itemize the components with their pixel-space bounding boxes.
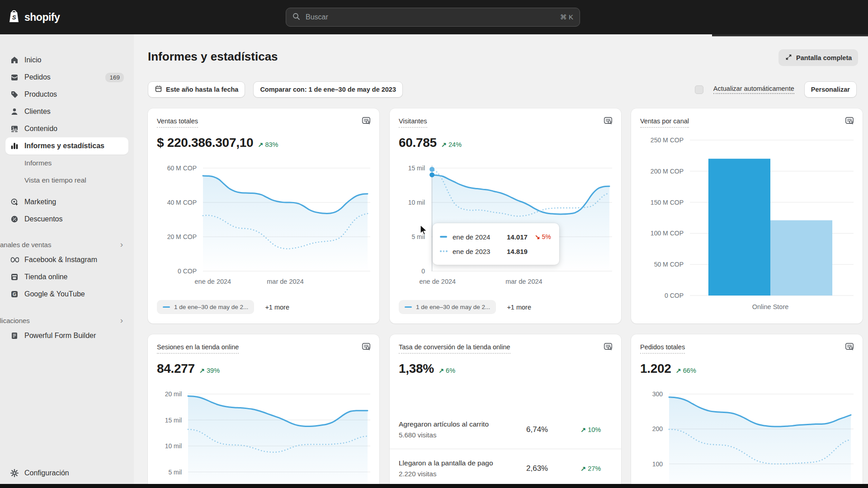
- metric-value: 60.785: [399, 136, 437, 150]
- sidebar-item-contenido[interactable]: Contenido: [5, 120, 128, 137]
- sidebar-section-aplicaciones[interactable]: licaciones ›: [0, 314, 134, 327]
- svg-text:100 M COP: 100 M COP: [651, 230, 684, 237]
- svg-text:S: S: [12, 14, 16, 21]
- sidebar-item-informes[interactable]: Informes: [5, 155, 128, 172]
- topbar: S shopify ⌘ K: [0, 0, 868, 34]
- sidebar-item-informes-estadisticas[interactable]: Informes y estadísticas: [5, 137, 128, 155]
- report-icon[interactable]: [844, 116, 854, 126]
- ventas-totales-chart[interactable]: 60 M COP40 M COP20 M COP0 COPene de 2024…: [157, 163, 370, 294]
- ventas-por-canal-chart[interactable]: 250 M COP200 M COP150 M COP100 M COP50 M…: [640, 136, 854, 313]
- card-visitantes: Visitantes 60.785 ↗ 24% 15 mil10 mil5 mi…: [390, 108, 621, 324]
- customize-button[interactable]: Personalizar: [804, 81, 857, 98]
- analytics-icon: [10, 141, 19, 150]
- sesiones-chart[interactable]: 20 mil15 mil10 mil5 mil: [157, 389, 370, 488]
- report-icon[interactable]: [603, 116, 613, 126]
- pedidos-totales-chart[interactable]: 300200100: [640, 389, 854, 488]
- report-icon[interactable]: [361, 342, 371, 352]
- arrow-up-icon: ↗: [441, 141, 447, 148]
- arrow-up-icon: ↗: [199, 367, 205, 374]
- card-title[interactable]: Ventas por canal: [640, 117, 689, 128]
- metric-value: $ 220.386.307,10: [157, 136, 253, 150]
- arrow-up-icon: ↗: [439, 367, 444, 374]
- card-title[interactable]: Visitantes: [399, 117, 427, 128]
- funnel-row-carrito[interactable]: Agregaron artículos al carrito 5.680 vis…: [390, 410, 621, 449]
- funnel-delta: ↗ 27%: [580, 465, 612, 472]
- sidebar-item-facebook-instagram[interactable]: Facebook & Instagram: [5, 251, 128, 268]
- auto-update-label[interactable]: Actualizar automáticamente: [713, 85, 794, 94]
- svg-text:5 mil: 5 mil: [411, 233, 425, 240]
- card-title[interactable]: Sesiones en la tienda online: [157, 343, 239, 354]
- svg-text:20 M COP: 20 M COP: [167, 233, 197, 240]
- shopify-logo[interactable]: S shopify: [7, 9, 60, 25]
- report-icon[interactable]: [603, 342, 613, 352]
- card-title[interactable]: Pedidos totales: [640, 343, 685, 354]
- card-title[interactable]: Tasa de conversión de la tienda online: [399, 343, 510, 354]
- report-icon[interactable]: [844, 342, 854, 352]
- gear-icon: [10, 469, 19, 478]
- metric-value: 84.277: [157, 361, 195, 376]
- card-ventas-por-canal: Ventas por canal 250 M COP200 M COP150 M…: [631, 108, 863, 324]
- legend-more[interactable]: +1 more: [507, 304, 531, 311]
- search-input[interactable]: [305, 13, 556, 22]
- metric-delta: ↗ 66%: [676, 367, 696, 374]
- tag-icon: [10, 90, 19, 99]
- search-icon: [292, 13, 300, 22]
- metric-delta: ↗ 6%: [439, 367, 455, 374]
- sidebar-item-descuentos[interactable]: Descuentos: [5, 211, 128, 228]
- tooltip-row: ene de 2024 14.017 ↘ 5%: [440, 230, 552, 244]
- svg-text:10 mil: 10 mil: [408, 199, 425, 206]
- legend-pill[interactable]: 1 de ene–30 de may de 2...: [157, 300, 254, 314]
- series-solid-swatch-icon: [440, 236, 448, 238]
- svg-text:ene de 2024: ene de 2024: [195, 278, 231, 285]
- svg-text:60 M COP: 60 M COP: [167, 164, 197, 172]
- report-icon[interactable]: [361, 116, 371, 126]
- sidebar-item-clientes[interactable]: Clientes: [5, 103, 128, 120]
- home-icon: [10, 56, 19, 65]
- card-title[interactable]: Ventas totales: [157, 117, 198, 128]
- arrow-down-icon: ↘: [535, 233, 540, 240]
- arrow-up-icon: ↗: [258, 141, 263, 148]
- orders-count-badge: 169: [105, 73, 124, 82]
- sidebar-item-configuracion[interactable]: Configuración: [5, 465, 128, 482]
- form-builder-icon: [10, 331, 19, 340]
- series-swatch-icon: [405, 306, 412, 308]
- sidebar-item-pedidos[interactable]: Pedidos 169: [5, 69, 128, 86]
- content-icon: [10, 124, 19, 133]
- sidebar-item-productos[interactable]: Productos: [5, 86, 128, 103]
- sidebar-item-tienda-online[interactable]: Tienda online: [5, 268, 128, 286]
- legend-more[interactable]: +1 more: [265, 304, 289, 311]
- compare-button[interactable]: Comparar con: 1 de ene–30 de may de 2023: [253, 81, 403, 98]
- fullscreen-button[interactable]: Pantalla completa: [778, 49, 858, 66]
- metric-value: 1.202: [640, 361, 671, 376]
- global-search[interactable]: ⌘ K: [286, 8, 580, 27]
- chevron-right-icon: ›: [120, 315, 123, 325]
- legend-pill[interactable]: 1 de ene–30 de may de 2...: [399, 300, 496, 314]
- svg-text:G: G: [13, 291, 16, 297]
- google-icon: G: [10, 290, 19, 299]
- arrow-up-icon: ↗: [676, 367, 681, 374]
- svg-text:250 M COP: 250 M COP: [651, 136, 684, 144]
- metric-value: 1,38%: [399, 361, 434, 376]
- auto-update-checkbox[interactable]: [695, 85, 703, 94]
- search-shortcut: ⌘ K: [560, 13, 573, 21]
- svg-text:mar de 2024: mar de 2024: [267, 278, 303, 285]
- svg-text:100: 100: [652, 460, 663, 468]
- card-ventas-totales: Ventas totales $ 220.386.307,10 ↗ 83% 60…: [148, 108, 379, 324]
- sidebar-item-powerful-form-builder[interactable]: Powerful Form Builder: [5, 327, 128, 344]
- date-range-button[interactable]: Este año hasta la fecha: [148, 81, 245, 98]
- series-dotted-swatch-icon: [440, 250, 448, 252]
- meta-icon: [10, 255, 19, 264]
- sidebar-section-canales-de-ventas[interactable]: anales de ventas ›: [0, 238, 134, 251]
- svg-text:ene de 2024: ene de 2024: [419, 278, 456, 285]
- svg-text:200: 200: [652, 425, 663, 432]
- shopify-wordmark: shopify: [24, 11, 60, 23]
- sidebar-item-google-youtube[interactable]: G Google & YouTube: [5, 286, 128, 303]
- expand-icon: [785, 53, 793, 62]
- funnel-row-pago[interactable]: Llegaron a la pantalla de pago 2.220 vis…: [390, 449, 621, 488]
- sidebar-item-inicio[interactable]: Inicio: [5, 52, 128, 69]
- sidebar-item-marketing[interactable]: Marketing: [5, 193, 128, 211]
- sidebar-item-vista-tiempo-real[interactable]: Vista en tiempo real: [5, 172, 128, 189]
- orders-icon: [10, 73, 19, 82]
- svg-text:0: 0: [421, 267, 425, 275]
- metric-delta: ↗ 39%: [199, 367, 220, 374]
